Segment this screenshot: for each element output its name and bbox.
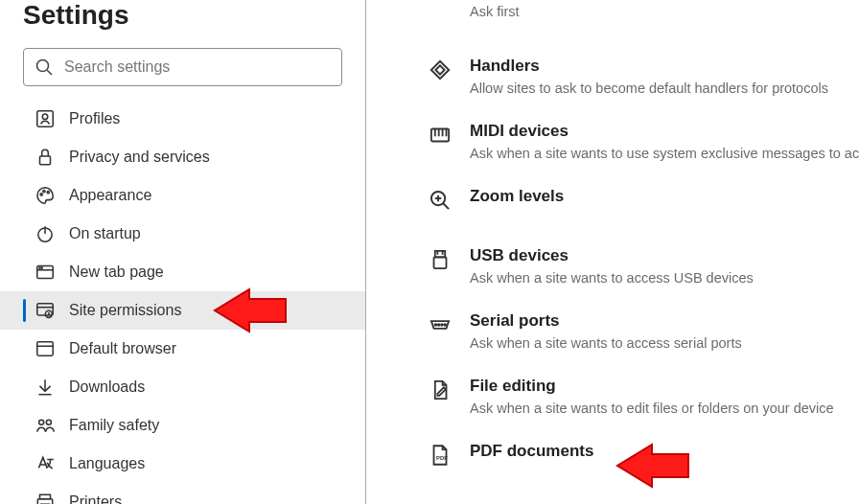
sidebar-item-languages[interactable]: Languages [0,445,365,483]
nav-label: Privacy and services [69,149,210,166]
perm-desc: Ask when a site wants to use system excl… [470,146,859,161]
palette-icon [35,185,56,206]
sidebar-item-family[interactable]: Family safety [0,406,365,445]
sidebar-item-profiles[interactable]: Profiles [0,100,365,138]
svg-rect-26 [431,61,449,79]
svg-rect-17 [37,342,54,355]
nav-label: Downloads [69,378,145,396]
svg-point-13 [41,267,42,268]
permission-item-handlers[interactable]: Handlers Allow sites to ask to become de… [428,56,859,96]
permission-item-midi[interactable]: MIDI devices Ask when a site wants to us… [428,121,859,161]
zoom-icon [428,188,453,213]
serial-icon [428,312,453,337]
lock-icon [35,147,56,168]
svg-point-42 [438,324,440,326]
perm-desc: Ask when a site wants to access serial p… [470,335,742,351]
permission-item-serial[interactable]: Serial ports Ask when a site wants to ac… [428,310,859,351]
perm-desc: Ask first [470,4,520,19]
svg-point-6 [43,191,45,193]
download-icon [35,377,56,398]
permissions-list-panel: Ask first Handlers Allow sites to ask to… [366,0,859,500]
svg-point-21 [39,420,44,424]
search-icon [35,57,54,77]
sidebar-item-downloads[interactable]: Downloads [0,368,365,406]
perm-title: Zoom levels [470,186,564,207]
permission-item-usb[interactable]: USB devices Ask when a site wants to acc… [428,245,859,286]
svg-rect-38 [434,258,447,269]
handlers-icon [428,57,453,82]
perm-title: USB devices [470,245,754,266]
permission-item-zoom[interactable]: Zoom levels [428,186,859,213]
perm-text: PDF documents [470,441,593,462]
nav-label: Family safety [69,417,159,434]
perm-title: Handlers [470,56,828,77]
svg-text:PDF: PDF [436,456,448,462]
search-input[interactable] [23,48,342,86]
perm-text: Serial ports Ask when a site wants to ac… [470,310,742,351]
page-title: Settings [0,0,365,48]
svg-rect-37 [435,251,445,258]
perm-text: MIDI devices Ask when a site wants to us… [470,121,859,161]
sidebar-item-default-browser[interactable]: Default browser [0,330,365,368]
perm-text: File editing Ask when a site wants to ed… [470,376,834,416]
svg-rect-24 [37,499,52,504]
nav-list: Profiles Privacy and services Appearance… [0,100,365,504]
svg-point-12 [39,267,40,268]
settings-sidebar: Settings Profiles Privacy and services A… [0,0,366,504]
power-icon [35,223,56,244]
perm-text: USB devices Ask when a site wants to acc… [470,245,754,286]
perm-title: MIDI devices [470,121,859,142]
svg-rect-4 [40,156,51,165]
newtab-icon [35,262,56,283]
sidebar-item-site-permissions[interactable]: Site permissions [0,291,365,330]
perm-title: Serial ports [470,310,742,332]
search-wrap [23,48,342,86]
svg-point-22 [46,420,51,424]
svg-point-41 [435,324,437,326]
language-icon [35,453,56,474]
file-edit-icon [428,378,453,402]
nav-label: On startup [69,225,141,242]
nav-label: Profiles [69,110,120,127]
profile-icon [35,108,56,129]
perm-title: PDF documents [470,441,593,462]
nav-label: Appearance [69,187,151,204]
sidebar-item-newtab[interactable]: New tab page [0,253,365,291]
svg-point-3 [42,114,48,120]
perm-desc: Allow sites to ask to become default han… [470,80,828,96]
svg-line-1 [47,70,52,75]
sidebar-item-startup[interactable]: On startup [0,215,365,253]
sidebar-item-privacy[interactable]: Privacy and services [0,138,365,176]
perm-desc: Ask when a site wants to access USB devi… [470,270,754,286]
browser-icon [35,338,56,359]
nav-label: Languages [69,455,145,472]
svg-point-5 [40,194,42,195]
pdf-icon: PDF [428,443,453,468]
svg-point-0 [37,60,49,72]
midi-icon [428,123,453,148]
permission-item-pdf[interactable]: PDF PDF documents [428,441,859,468]
perm-text: Handlers Allow sites to ask to become de… [470,56,828,96]
permission-item-file-editing[interactable]: File editing Ask when a site wants to ed… [428,376,859,416]
svg-rect-27 [435,65,444,74]
nav-label: Site permissions [69,302,181,319]
svg-line-34 [443,203,449,209]
svg-point-44 [444,324,446,326]
perm-text: Zoom levels [470,186,564,207]
sidebar-item-appearance[interactable]: Appearance [0,176,365,215]
sidebar-item-printers[interactable]: Printers [0,483,365,504]
perm-text: Ask first [470,0,520,19]
empty-icon [428,2,453,27]
family-icon [35,415,56,436]
permissions-icon [35,300,56,321]
perm-title: File editing [470,376,834,397]
nav-label: Default browser [69,340,176,357]
nav-label: Printers [69,493,122,504]
svg-point-43 [441,324,443,326]
printer-icon [35,492,56,504]
perm-desc: Ask when a site wants to edit files or f… [470,401,834,416]
permission-item-askfirst[interactable]: Ask first [428,0,859,27]
usb-icon [428,247,453,272]
permissions-list: Ask first Handlers Allow sites to ask to… [428,0,859,468]
nav-label: New tab page [69,263,164,281]
